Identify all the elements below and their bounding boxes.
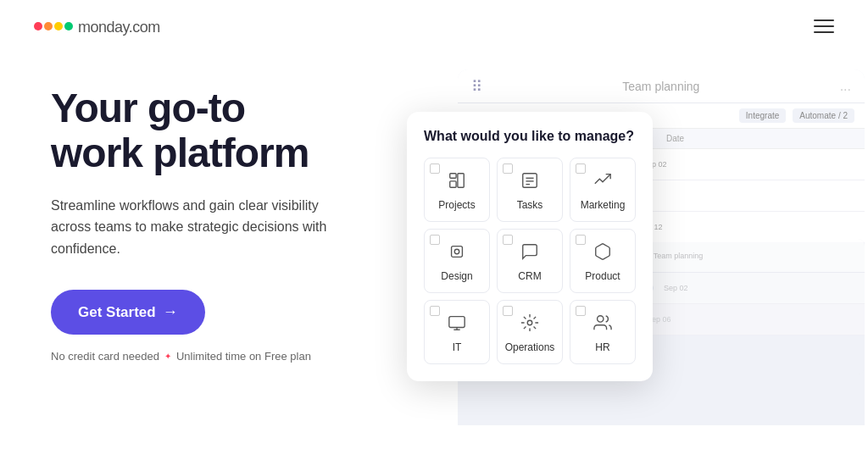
option-label: HR (595, 341, 609, 353)
option-marketing[interactable]: Marketing (570, 158, 636, 222)
dashboard-title: Team planning (482, 80, 840, 93)
design-icon (445, 240, 469, 263)
option-checkbox (576, 163, 586, 174)
option-label: Product (585, 270, 620, 282)
option-tasks[interactable]: Tasks (497, 158, 563, 222)
svg-rect-0 (450, 174, 456, 179)
logo-dot-red (34, 22, 42, 30)
logo-monday: monday (78, 19, 129, 36)
it-icon (445, 311, 469, 335)
cta-label: Get Started (78, 304, 156, 321)
unlimited-text: Unlimited time on Free plan (176, 350, 311, 363)
option-crm[interactable]: CRM (497, 229, 563, 293)
crm-icon (518, 240, 542, 263)
option-hr[interactable]: HR (570, 300, 636, 364)
product-icon (591, 240, 615, 263)
svg-point-8 (454, 249, 459, 254)
hamburger-line-1 (814, 19, 834, 21)
option-checkbox (576, 235, 586, 245)
hamburger-line-3 (814, 31, 834, 33)
svg-point-12 (527, 320, 532, 325)
option-checkbox (503, 306, 513, 316)
logo-dot-green (64, 22, 73, 30)
svg-rect-7 (452, 247, 463, 258)
svg-rect-1 (450, 181, 456, 187)
date-cell: Sep 02 (664, 284, 688, 292)
option-checkbox (430, 306, 440, 316)
cta-arrow-icon: → (163, 303, 178, 321)
no-credit-line: No credit card needed ✦ Unlimited time o… (51, 350, 407, 363)
headline: Your go-to work platform (51, 86, 407, 176)
operations-icon (518, 311, 542, 335)
tasks-icon (518, 169, 542, 192)
option-label: Tasks (517, 199, 543, 211)
option-projects[interactable]: Projects (424, 158, 490, 222)
hamburger-menu[interactable] (814, 19, 834, 33)
option-checkbox (503, 235, 513, 245)
svg-rect-3 (523, 174, 537, 188)
option-label: Operations (505, 341, 555, 353)
dashboard-header: ⠿ Team planning ... (458, 69, 865, 103)
grid-icon: ⠿ (471, 77, 482, 96)
main-content: Your go-to work platform Streamline work… (0, 53, 868, 468)
logo-suffix: .com (129, 19, 160, 36)
diamond-separator: ✦ (164, 352, 171, 361)
modal-title: What would you like to manage? (424, 129, 636, 144)
logo-dot-yellow (54, 22, 63, 30)
header: monday.com (0, 0, 868, 53)
headline-line1: Your go-to (51, 86, 245, 130)
projects-icon (445, 169, 469, 192)
option-it[interactable]: IT (424, 300, 490, 364)
integrate-btn[interactable]: Integrate (739, 108, 786, 123)
logo[interactable]: monday.com (34, 15, 160, 37)
option-product[interactable]: Product (570, 229, 636, 293)
hr-icon (591, 311, 615, 335)
svg-point-13 (598, 316, 604, 322)
logo-dots (34, 22, 73, 30)
hero-section: Your go-to work platform Streamline work… (51, 69, 407, 468)
option-checkbox (576, 306, 586, 316)
manage-modal: What would you like to manage? Projects … (407, 112, 653, 381)
hamburger-line-2 (814, 25, 834, 27)
option-label: CRM (518, 270, 541, 282)
option-label: IT (453, 341, 462, 353)
logo-dot-orange (44, 22, 53, 30)
logo-text: monday.com (78, 15, 160, 37)
option-checkbox (430, 163, 440, 174)
dashboard-more-icon: ... (840, 79, 851, 94)
option-design[interactable]: Design (424, 229, 490, 293)
get-started-button[interactable]: Get Started → (51, 290, 205, 335)
option-label: Projects (438, 199, 475, 211)
headline-line2: work platform (51, 130, 309, 175)
hero-subtext: Streamline workflows and gain clear visi… (51, 195, 339, 260)
no-credit-text: No credit card needed (51, 350, 159, 363)
svg-rect-2 (458, 174, 464, 188)
options-grid: Projects Tasks Marketing (424, 158, 636, 364)
svg-rect-9 (449, 317, 465, 328)
automate-btn[interactable]: Automate / 2 (793, 108, 854, 123)
option-checkbox (503, 163, 513, 174)
option-operations[interactable]: Operations (497, 300, 563, 364)
right-preview: ⠿ Team planning ... Integrate Automate /… (407, 69, 868, 468)
col-date: Date (666, 134, 709, 143)
marketing-icon (591, 169, 615, 192)
option-label: Marketing (581, 199, 626, 211)
option-label: Design (441, 270, 472, 282)
option-checkbox (430, 235, 440, 245)
